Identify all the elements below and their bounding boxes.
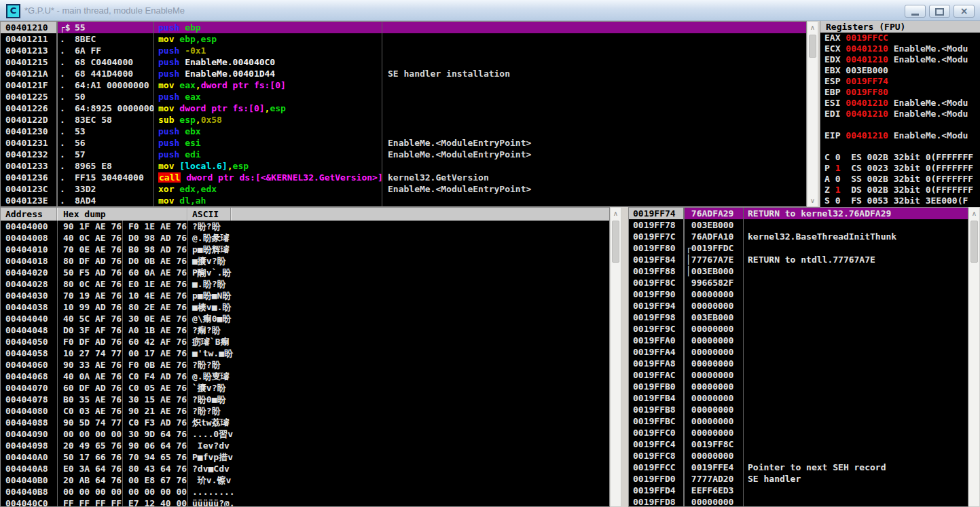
restore-button[interactable] [929,5,950,18]
register-row[interactable]: ESP 0019FF74 [820,76,980,87]
stack-row[interactable]: 0019FF9C 00000000 [629,323,968,335]
scroll-up-icon[interactable]: ∧ [807,22,818,33]
dump-row[interactable]: 0040400090 1F AE 76F0 1E AE 76?盼?盼 [1,221,609,232]
stack-scrollbar[interactable]: ∧ [968,207,980,507]
dump-row[interactable]: 0040405810 27 74 7700 17 AE 76■'tw.■盼 [1,348,609,359]
scroll-down-icon[interactable]: ∨ [807,195,818,206]
flag-row[interactable]: P 1 CS 0023 32bit 0(FFFFFFF [820,163,980,174]
register-row[interactable]: EBP 0019FF80 [820,87,980,98]
register-row[interactable]: EDX 00401210 EnableMe.<Modu [820,54,980,65]
dump-row[interactable]: 0040403810 99 AD 7680 2E AE 76■楱v■.盼 [1,301,609,313]
scroll-up-icon[interactable]: ∧ [611,208,621,219]
dump-row[interactable]: 004040A8E0 3A 64 7680 43 64 76?dv■Cdv [1,463,609,474]
disasm-row[interactable]: 0040121A.68 441D4000push EnableMe.00401D… [1,68,806,79]
dump-row[interactable]: 00404050F0 DF AD 7660 42 AF 76疬璿`B痸 [1,336,609,348]
stack-row[interactable]: 0019FFC8 00000000 [629,450,968,462]
disasm-row[interactable]: 00401211.8BECmov ebp,esp [1,33,806,45]
stack-row[interactable]: 0019FFB4 00000000 [629,392,968,404]
hex-bytes-2: 10 4E AE 76 [123,290,188,301]
instruction-marker: . [58,33,75,45]
register-row[interactable]: ECX 00401210 EnableMe.<Modu [820,43,980,54]
disasm-row[interactable]: 00401236.FF15 30404000call dword ptr ds:… [1,172,806,183]
dump-row[interactable]: 004040C0FF FF FF FFE7 12 40 00üüüüü?@. [1,497,609,507]
stack-row[interactable]: 0019FFD4 EEFF6ED3 [629,485,968,496]
disasm-row[interactable]: 00401226.64:8925 00000000mov dword ptr f… [1,102,806,114]
title-bar[interactable]: C *G.P.U* - main thread, module EnableMe… [0,0,980,21]
disasm-row[interactable]: 0040123C.33D2xor edx,edxEnableMe.<Module… [1,183,806,195]
flag-row[interactable]: Z 1 DS 002B 32bit 0(FFFFFFF [820,185,980,195]
dump-row[interactable]: 0040402880 0C AE 76E0 1E AE 76■.盼?盼 [1,278,609,290]
dump-row[interactable]: 004040A050 17 66 7670 94 65 76P■fvp措v [1,451,609,463]
disasm-row[interactable]: 00401233.8965 E8mov [local.6],esp [1,160,806,172]
dump-scrollbar[interactable]: ∧ [610,207,621,507]
dump-row[interactable]: 0040406090 33 AE 76F0 0B AE 76?盼?盼 [1,359,609,371]
stack-row[interactable]: 0019FF88│003EB000 [629,265,968,277]
disasm-row[interactable]: 00401230.53push ebx [1,126,806,137]
app-icon[interactable]: C [6,4,20,18]
stack-row[interactable]: 0019FF90 00000000 [629,288,968,300]
stack-row[interactable]: 0019FFBC 00000000 [629,415,968,427]
dump-row[interactable]: 0040402050 F5 AD 7660 0A AE 76P醐v`.盼 [1,267,609,278]
stack-row[interactable]: 0019FFD8 00000000 [629,496,968,507]
stack-row[interactable]: 0019FFD0 7777AD20SE handler [629,473,968,485]
scrollbar-thumb[interactable] [612,221,619,263]
flag-row[interactable]: C 0 ES 002B 32bit 0(FFFFFFF [820,152,980,163]
disasm-row[interactable]: 0040123E.8AD4mov dl,ah [1,195,806,206]
dump-row[interactable]: 0040403070 19 AE 7610 4E AE 76p■盼■N盼 [1,290,609,301]
dump-row[interactable]: 004040B800 00 00 0000 00 00 00........ [1,486,609,497]
stack-value: 003EB000 [685,219,743,231]
stack-row[interactable]: 0019FFCC 0019FFE4Pointer to next SEH rec… [629,462,968,473]
stack-row[interactable]: 0019FFB0 00000000 [629,381,968,392]
stack-row[interactable]: 0019FF8C 9966582F [629,277,968,288]
dump-row[interactable]: 0040407060 DF AD 76C0 05 AE 76`攮v?盼 [1,382,609,394]
stack-row[interactable]: 0019FF7C 76ADFA10kernel32.BaseThreadInit… [629,231,968,242]
dump-row[interactable]: 00404078B0 35 AE 7630 15 AE 76?盼0■盼 [1,394,609,405]
dump-row[interactable]: 00404048D0 3F AF 76A0 1B AE 76?痸?盼 [1,324,609,336]
stack-row[interactable]: 0019FFA4 00000000 [629,346,968,358]
flag-row[interactable]: A 0 SS 002B 32bit 0(FFFFFFF [820,174,980,185]
stack-row[interactable]: 0019FFA8 00000000 [629,358,968,369]
stack-row[interactable]: 0019FFC4 0019FF8C [629,438,968,450]
scrollbar-thumb[interactable] [970,221,978,263]
close-button[interactable]: × [954,5,975,18]
dump-row[interactable]: 0040404040 5C AF 7630 0E AE 76@\痸0■盼 [1,313,609,324]
stack-row[interactable]: 0019FFB8 00000000 [629,404,968,415]
stack-row[interactable]: 0019FFC0 00000000 [629,427,968,438]
dump-row[interactable]: 0040406840 0A AE 76C0 F4 AD 76@.盼叓璿 [1,371,609,382]
disassembly-scrollbar[interactable]: ∧ ∨ [807,21,818,207]
stack-row[interactable]: 0019FF98 003EB000 [629,312,968,323]
stack-row[interactable]: 0019FF74 76ADFA29RETURN to kernel32.76AD… [629,208,968,219]
stack-row[interactable]: 0019FFA0 00000000 [629,335,968,346]
flag-row[interactable]: S 0 FS 0053 32bit 3EE000(F [820,195,980,206]
disasm-row[interactable]: 00401232.57push ediEnableMe.<ModuleEntry… [1,149,806,160]
disasm-row[interactable]: 00401210┌$55push ebp [1,22,806,33]
register-row[interactable]: EDI 00401210 EnableMe.<Modu [820,109,980,119]
disasm-row[interactable]: 0040122D.83EC 58sub esp,0x58 [1,114,806,126]
stack-row[interactable]: 0019FF80┌0019FFDC [629,242,968,254]
disasm-row[interactable]: 0040121F.64:A1 00000000mov eax,dword ptr… [1,79,806,91]
dump-row[interactable]: 0040401880 DF AD 76D0 0B AE 76■攮v?盼 [1,255,609,267]
dump-row[interactable]: 00404080C0 03 AE 7690 21 AE 76?盼?盼 [1,405,609,417]
register-row[interactable]: EAX 0019FFCC [820,33,980,43]
dump-row[interactable]: 0040401070 0E AE 76B0 98 AD 76p■盼辉璿 [1,244,609,255]
register-row[interactable]: EIP 00401210 EnableMe.<Modu [820,130,980,141]
stack-row[interactable]: 0019FF94 00000000 [629,300,968,312]
register-row[interactable]: ESI 00401210 EnableMe.<Modu [820,98,980,109]
dump-row[interactable]: 0040409000 00 00 0030 9D 64 76....0習v [1,428,609,440]
dump-row[interactable]: 0040400840 0C AE 76D0 98 AD 76@.盼彖璿 [1,232,609,244]
minimize-button[interactable] [905,5,926,18]
disasm-row[interactable]: 00401215.68 C0404000push EnableMe.004040… [1,56,806,68]
scrollbar-thumb[interactable] [809,35,816,58]
stack-row[interactable]: 0019FF78 003EB000 [629,219,968,231]
dump-row[interactable]: 004040B020 AB 64 7600 E8 67 76 玠v.镲v [1,474,609,486]
scroll-up-icon[interactable]: ∧ [969,208,979,219]
dump-row[interactable]: 0040409820 49 65 7690 06 64 76 Iev?dv [1,440,609,451]
ascii-text: ?盼?盼 [188,221,609,232]
register-row[interactable]: EBX 003EB000 [820,65,980,76]
stack-row[interactable]: 0019FF84│77767A7ERETURN to ntdll.77767A7… [629,254,968,265]
disasm-row[interactable]: 00401231.56push esiEnableMe.<ModuleEntry… [1,137,806,149]
stack-row[interactable]: 0019FFAC 00000000 [629,369,968,381]
disasm-row[interactable]: 00401213.6A FFpush -0x1 [1,45,806,56]
disasm-row[interactable]: 00401225.50push eax [1,91,806,102]
dump-row[interactable]: 0040408890 5D 74 77C0 F3 AD 76炽tw荔璿 [1,417,609,428]
